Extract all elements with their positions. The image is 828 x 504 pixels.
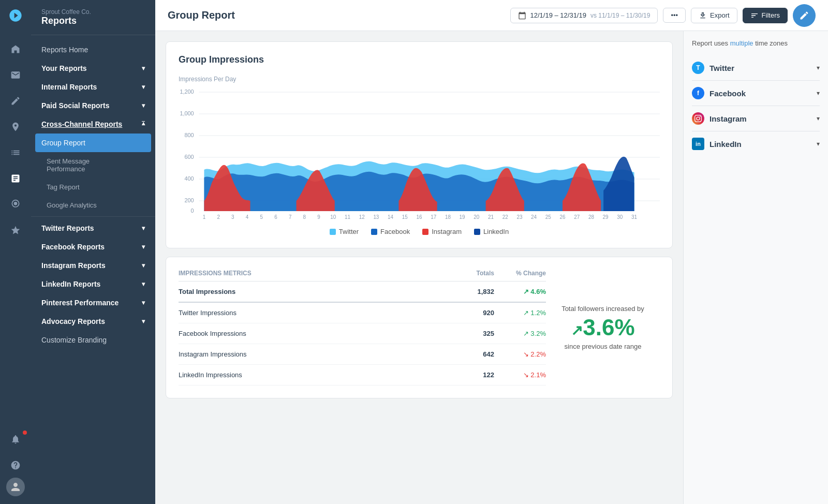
linkedin-icon: in xyxy=(692,138,704,150)
metrics-row-facebook: Facebook Impressions 325 ↗ 3.2% xyxy=(179,323,546,344)
svg-text:5: 5 xyxy=(260,214,263,220)
nav-help-icon[interactable] xyxy=(0,452,31,478)
metrics-row-total: Total Impressions 1,832 ↗ 4.6% xyxy=(179,281,546,303)
app-logo xyxy=(0,0,31,31)
sidebar-item-reports-home[interactable]: Reports Home xyxy=(31,40,155,59)
followers-percentage: ↗3.6% xyxy=(571,315,634,340)
right-panel: Report uses multiple time zones T Twitte… xyxy=(683,31,828,504)
chart-legend: Twitter Facebook Instagram LinkedIn xyxy=(179,228,660,235)
sidebar-navigation: Reports Home Your Reports ▾ Internal Rep… xyxy=(31,35,155,504)
content-area: Group Impressions Impressions Per Day xyxy=(155,31,828,504)
sidebar-item-pinterest-reports[interactable]: Pinterest Performance ▾ xyxy=(31,293,155,312)
metrics-row-instagram: Instagram Impressions 642 ↘ 2.2% xyxy=(179,344,546,365)
edit-button[interactable] xyxy=(793,4,816,27)
date-range-label: 12/1/19 – 12/31/19 xyxy=(530,11,586,19)
chevron-down-icon: ▾ xyxy=(142,225,145,232)
svg-text:15: 15 xyxy=(402,214,408,220)
nav-bell-icon[interactable] xyxy=(0,426,31,452)
svg-text:18: 18 xyxy=(445,214,451,220)
svg-text:8: 8 xyxy=(303,214,306,220)
sidebar-item-customize-branding[interactable]: Customize Branding xyxy=(31,331,155,349)
nav-home-icon[interactable] xyxy=(0,36,31,62)
svg-text:3: 3 xyxy=(231,214,234,220)
svg-text:27: 27 xyxy=(574,214,580,220)
filters-button[interactable]: Filters xyxy=(743,8,788,23)
metrics-col-totals: Totals xyxy=(442,270,494,277)
export-label: Export xyxy=(710,11,730,19)
legend-instagram-dot xyxy=(422,229,428,235)
platform-item-twitter[interactable]: T Twitter ▾ xyxy=(692,55,820,81)
svg-text:29: 29 xyxy=(603,214,609,220)
chevron-down-icon: ▾ xyxy=(142,102,145,109)
legend-instagram: Instagram xyxy=(422,228,462,235)
svg-text:13: 13 xyxy=(373,214,379,220)
chevron-down-icon: ▾ xyxy=(142,299,145,306)
chart-area: Impressions Per Day 1,200 xyxy=(179,76,660,235)
module-title: Reports xyxy=(41,16,145,26)
panel-timezone-note: Report uses multiple time zones xyxy=(692,39,820,47)
legend-twitter: Twitter xyxy=(330,228,359,235)
svg-text:6: 6 xyxy=(274,214,277,220)
sidebar-item-group-report[interactable]: Group Report xyxy=(35,134,151,152)
date-range-button[interactable]: 12/1/19 – 12/31/19 vs 11/1/19 – 11/30/19 xyxy=(510,8,658,23)
svg-text:9: 9 xyxy=(317,214,320,220)
chart-container: 1,200 1,000 800 600 400 200 0 xyxy=(179,87,660,221)
nav-inbox-icon[interactable] xyxy=(0,62,31,88)
filters-label: Filters xyxy=(762,11,780,19)
impressions-card: Group Impressions Impressions Per Day xyxy=(166,41,673,248)
multiple-timezones-link[interactable]: multiple xyxy=(730,39,753,47)
center-panel: Group Impressions Impressions Per Day xyxy=(155,31,683,504)
followers-since-label: since previous date range xyxy=(565,343,642,350)
nav-reports-icon[interactable] xyxy=(0,166,31,191)
chevron-down-icon: ▾ xyxy=(142,65,145,72)
card-title: Group Impressions xyxy=(179,54,660,65)
svg-text:25: 25 xyxy=(545,214,551,220)
svg-text:4: 4 xyxy=(246,214,249,220)
metrics-row-linkedin: LinkedIn Impressions 122 ↘ 2.1% xyxy=(179,365,546,386)
svg-text:11: 11 xyxy=(345,214,350,220)
legend-linkedin: LinkedIn xyxy=(474,228,509,235)
more-options-button[interactable]: ••• xyxy=(663,8,686,23)
sidebar-item-internal-reports[interactable]: Internal Reports ▾ xyxy=(31,78,155,96)
sidebar-item-twitter-reports[interactable]: Twitter Reports ▾ xyxy=(31,219,155,238)
sidebar-item-tag-report[interactable]: Tag Report xyxy=(31,178,155,196)
export-button[interactable]: Export xyxy=(691,8,737,23)
sidebar-item-google-analytics[interactable]: Google Analytics xyxy=(31,196,155,214)
sidebar-item-facebook-reports[interactable]: Facebook Reports ▾ xyxy=(31,238,155,256)
svg-text:800: 800 xyxy=(185,132,194,138)
svg-text:0: 0 xyxy=(191,207,194,214)
nav-compose-icon[interactable] xyxy=(0,88,31,114)
nav-pin-icon[interactable] xyxy=(0,114,31,140)
platform-item-facebook[interactable]: f Facebook ▾ xyxy=(692,81,820,106)
facebook-icon: f xyxy=(692,87,704,99)
sidebar-item-instagram-reports[interactable]: Instagram Reports ▾ xyxy=(31,256,155,275)
nav-listening-icon[interactable] xyxy=(0,191,31,217)
svg-text:23: 23 xyxy=(516,214,522,220)
svg-text:14: 14 xyxy=(388,214,393,220)
metrics-row-twitter: Twitter Impressions 920 ↗ 1.2% xyxy=(179,303,546,323)
nav-tasks-icon[interactable] xyxy=(0,140,31,166)
legend-linkedin-dot xyxy=(474,229,480,235)
main-content: Group Report 12/1/19 – 12/31/19 vs 11/1/… xyxy=(155,0,828,504)
nav-star-icon[interactable] xyxy=(0,217,31,243)
platform-item-instagram[interactable]: Instagram ▾ xyxy=(692,106,820,131)
nav-avatar[interactable] xyxy=(0,478,31,504)
twitter-icon: T xyxy=(692,62,704,74)
sidebar-item-linkedin-reports[interactable]: LinkedIn Reports ▾ xyxy=(31,275,155,293)
chevron-down-icon: ▾ xyxy=(817,90,820,97)
platform-item-linkedin[interactable]: in LinkedIn ▾ xyxy=(692,131,820,156)
sidebar-item-advocacy-reports[interactable]: Advocacy Reports ▾ xyxy=(31,312,155,331)
metrics-table: Impressions Metrics Totals % Change Tota… xyxy=(179,270,546,386)
sidebar-item-your-reports[interactable]: Your Reports ▾ xyxy=(31,59,155,78)
sidebar-item-cross-channel-reports[interactable]: Cross-Channel Reports ▾ xyxy=(31,115,155,134)
sidebar-item-paid-social-reports[interactable]: Paid Social Reports ▾ xyxy=(31,96,155,115)
sidebar-item-sent-message-performance[interactable]: Sent MessagePerformance xyxy=(31,152,155,178)
legend-facebook: Facebook xyxy=(371,228,410,235)
chevron-down-icon: ▾ xyxy=(817,64,820,71)
legend-twitter-dot xyxy=(330,229,336,235)
followers-increased-label: Total followers increased by xyxy=(561,305,644,313)
svg-text:26: 26 xyxy=(560,214,566,220)
company-name: Sprout Coffee Co. xyxy=(41,8,145,16)
svg-text:10: 10 xyxy=(330,214,336,220)
svg-text:20: 20 xyxy=(474,214,479,220)
